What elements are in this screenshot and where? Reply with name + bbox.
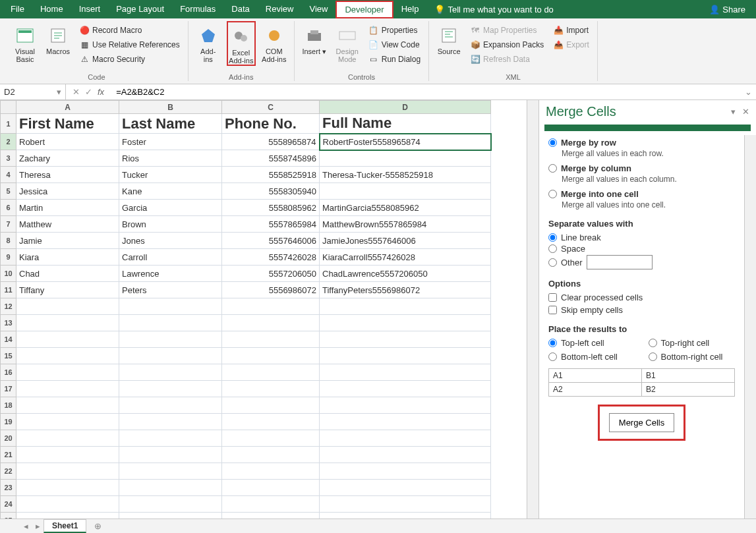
cell[interactable]	[16, 381, 119, 397]
cell[interactable]	[320, 348, 491, 364]
tab-view[interactable]: View	[301, 0, 335, 18]
macros-button[interactable]: Macros	[44, 21, 73, 55]
chevron-down-icon[interactable]: ▾	[57, 87, 61, 97]
sep-space-radio[interactable]	[548, 244, 557, 253]
row-header-17[interactable]: 17	[1, 381, 16, 397]
cell[interactable]: Theresa	[16, 167, 119, 183]
row-header-7[interactable]: 7	[1, 216, 16, 233]
cell[interactable]	[320, 381, 491, 397]
cell[interactable]	[16, 364, 119, 381]
row-header-15[interactable]: 15	[1, 348, 16, 364]
cell[interactable]: ChadLawrence5557206050	[320, 266, 491, 282]
cell[interactable]	[320, 414, 491, 430]
row-header-1[interactable]: 1	[1, 114, 16, 134]
cell[interactable]	[222, 315, 320, 331]
cell[interactable]: Zachary	[16, 150, 119, 167]
cell[interactable]: Full Name	[320, 114, 491, 134]
cell[interactable]: Kane	[119, 183, 222, 200]
cell[interactable]: 5558305940	[222, 183, 320, 200]
cell[interactable]: Kiara	[16, 249, 119, 266]
tab-formulas[interactable]: Formulas	[172, 0, 223, 18]
cell[interactable]	[119, 331, 222, 348]
cancel-formula-icon[interactable]: ✕	[73, 87, 80, 97]
row-header-19[interactable]: 19	[1, 414, 16, 430]
cell[interactable]	[119, 496, 222, 513]
design-mode-button[interactable]: DesignMode	[333, 21, 362, 63]
cell[interactable]: Tucker	[119, 167, 222, 183]
cell[interactable]	[222, 447, 320, 463]
expansion-packs-button[interactable]: 📦Expansion Packs	[467, 38, 546, 51]
cell[interactable]: KiaraCarroll5557426028	[320, 249, 491, 266]
row-header-3[interactable]: 3	[1, 150, 16, 167]
cell[interactable]	[222, 513, 320, 519]
column-header-D[interactable]: D	[320, 101, 491, 114]
cell[interactable]	[119, 381, 222, 397]
cell[interactable]	[222, 348, 320, 364]
cell[interactable]	[16, 463, 119, 480]
cell[interactable]: 5557646006	[222, 233, 320, 249]
cell[interactable]	[320, 397, 491, 414]
tab-insert[interactable]: Insert	[71, 0, 109, 18]
cell[interactable]	[222, 364, 320, 381]
cell[interactable]	[119, 513, 222, 519]
cell[interactable]: First Name	[16, 114, 119, 134]
sheet-tab-sheet1[interactable]: Sheet1	[44, 519, 86, 533]
insert-control-button[interactable]: Insert ▾	[300, 21, 329, 55]
row-header-2[interactable]: 2	[1, 134, 16, 150]
cell[interactable]: Martin	[16, 200, 119, 216]
cell[interactable]: Phone No.	[222, 114, 320, 134]
clear-processed-checkbox[interactable]	[548, 293, 557, 302]
cell[interactable]	[320, 315, 491, 331]
tell-me-search[interactable]: 💡 Tell me what you want to do	[426, 5, 561, 14]
cell[interactable]	[16, 348, 119, 364]
tab-nav-prev-icon[interactable]: ◂	[20, 521, 32, 531]
row-header-4[interactable]: 4	[1, 167, 16, 183]
name-box[interactable]: D2 ▾	[0, 84, 66, 99]
cell[interactable]: 5556986072	[222, 282, 320, 298]
cell[interactable]: 5557206050	[222, 266, 320, 282]
cell[interactable]	[320, 496, 491, 513]
cell[interactable]	[222, 430, 320, 447]
row-header-24[interactable]: 24	[1, 496, 16, 513]
row-header-22[interactable]: 22	[1, 463, 16, 480]
cell[interactable]	[320, 298, 491, 315]
row-header-10[interactable]: 10	[1, 266, 16, 282]
cell[interactable]: Garcia	[119, 200, 222, 216]
skip-empty-checkbox[interactable]	[548, 306, 557, 314]
cell[interactable]: Foster	[119, 134, 222, 150]
row-header-5[interactable]: 5	[1, 183, 16, 200]
com-addins-button[interactable]: COMAdd-ins	[260, 21, 289, 63]
cell[interactable]: Chad	[16, 266, 119, 282]
row-header-18[interactable]: 18	[1, 397, 16, 414]
cell[interactable]	[119, 315, 222, 331]
sep-other-input[interactable]	[587, 255, 653, 269]
row-header-21[interactable]: 21	[1, 447, 16, 463]
cell[interactable]	[16, 397, 119, 414]
view-code-button[interactable]: 📄View Code	[366, 38, 423, 51]
cell[interactable]	[16, 298, 119, 315]
sheet-vertical-scrollbar[interactable]	[527, 100, 538, 519]
cell[interactable]	[16, 430, 119, 447]
cell[interactable]	[222, 496, 320, 513]
cell[interactable]	[222, 414, 320, 430]
cell[interactable]	[16, 496, 119, 513]
properties-button[interactable]: 📋Properties	[366, 24, 423, 37]
sep-other-radio[interactable]	[548, 258, 557, 267]
add-sheet-button[interactable]: ⊕	[90, 521, 105, 531]
cell[interactable]: MartinGarcia5558085962	[320, 200, 491, 216]
sep-linebreak-radio[interactable]	[548, 233, 557, 242]
place-bottom-right-radio[interactable]	[649, 352, 657, 361]
cell[interactable]	[320, 430, 491, 447]
cell[interactable]: 5558745896	[222, 150, 320, 167]
cell[interactable]	[320, 463, 491, 480]
cell[interactable]	[119, 480, 222, 496]
row-header-11[interactable]: 11	[1, 282, 16, 298]
cell[interactable]	[320, 480, 491, 496]
macro-security-button[interactable]: ⚠Macro Security	[76, 53, 183, 66]
tab-file[interactable]: File	[3, 0, 32, 18]
accept-formula-icon[interactable]: ✓	[85, 87, 92, 97]
column-header-B[interactable]: B	[119, 101, 222, 114]
cell[interactable]: TiffanyPeters5556986072	[320, 282, 491, 298]
cell[interactable]	[119, 447, 222, 463]
worksheet-area[interactable]: ABCD1First NameLast NamePhone No.Full Na…	[0, 100, 527, 519]
